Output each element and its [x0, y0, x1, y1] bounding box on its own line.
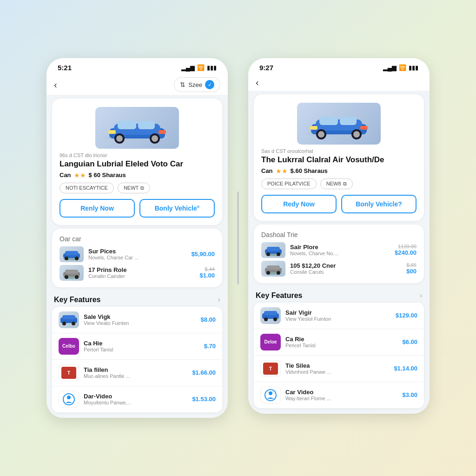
key-features-title-right: Key Features	[256, 291, 303, 300]
vehicle-list-right: Sair Plore Novels, Charve No.... 1120.00…	[261, 242, 416, 277]
key-features-header-left[interactable]: Key Features ›	[46, 291, 228, 307]
can-label-left: Can	[60, 172, 71, 178]
copy-icon-right: ⧉	[343, 181, 347, 187]
feature-item-2-left[interactable]: T Tia fiilen Muc-alines Pantle ... $1.66…	[52, 360, 222, 386]
feature-item-3-right[interactable]: Car Video Way.Iterari Flome ... $3.00	[254, 382, 424, 408]
feature-icon-0-left	[59, 311, 79, 328]
sort-icon-left: ⇅	[180, 81, 185, 88]
feature-info-3-right: Car Video Way.Iterari Flome ...	[285, 389, 397, 401]
status-icons-left: ▂▄▆ 🛜 ▮▮▮	[181, 64, 217, 71]
car-image-right	[297, 103, 381, 145]
svg-point-8	[152, 135, 158, 142]
vehicles-card-right: Dashoal Trie Sair Plore Novels, Charve N…	[254, 225, 424, 283]
feature-item-1-right[interactable]: Deloe Ca Rie Pericel Tanisl $6.00	[254, 329, 424, 356]
vehicle-price-col-1-right: $,65 $00	[406, 262, 416, 275]
feature-name-0-right: Sair Vigir	[285, 309, 391, 316]
car-subtitle-right: Sas d CST oroutcorhat	[261, 148, 416, 154]
car-title-right: The Lukrral Clalral Air Vosuth/De	[261, 155, 416, 165]
dropdown-icon-left: ✓	[205, 80, 214, 89]
svg-rect-10	[159, 130, 166, 134]
battery-icon-left: ▮▮▮	[207, 64, 217, 71]
vehicle-name-0-left: Sur Pices	[88, 248, 186, 255]
vehicle-price-col-0-right: 1120.00 $240.00	[395, 244, 416, 256]
feature-icon-0-right	[260, 307, 281, 324]
main-card-left: 96s d CST dlo lricrior Languian Lubrial …	[52, 99, 222, 225]
key-features-chevron-left: ›	[218, 296, 220, 304]
feature-item-0-right[interactable]: Sair Vigir View Yieslol Fuinton $129.00	[254, 303, 424, 329]
features-list-right: Sair Vigir View Yieslol Fuinton $129.00 …	[254, 303, 424, 408]
key-features-header-right[interactable]: Key Features ›	[248, 287, 430, 303]
svg-point-24	[72, 322, 75, 325]
feature-name-1-right: Ca Rie	[285, 336, 397, 343]
vehicle-name-1-left: 17 Prins Role	[88, 266, 195, 273]
status-icons-right: ▂▄▆ 🛜 ▮▮▮	[383, 64, 418, 71]
main-card-right: Sas d CST oroutcorhat The Lukrral Clalra…	[254, 94, 424, 220]
signal-icon-right: ▂▄▆	[383, 64, 397, 71]
back-button-right[interactable]: ‹	[256, 77, 259, 88]
feature-item-0-left[interactable]: Sale Vigk View Vieato Fuinten $8.00	[52, 307, 222, 333]
buttons-row-left: Renly Now Bonly Vehicle°	[60, 199, 215, 218]
feature-name-2-right: Tie Silea	[285, 362, 389, 369]
vehicle-sub-1-right: Consile Caruts	[290, 269, 402, 275]
sort-button-left[interactable]: ⇅ Szee ✓	[174, 77, 220, 92]
vehicle-sale-price-0-left: $5,90.00	[191, 251, 215, 258]
vehicle-name-0-right: Sair Plore	[290, 244, 390, 251]
vehicle-sub-0-left: Novels, Charse Car ...	[88, 255, 186, 260]
svg-point-20	[75, 275, 79, 279]
svg-rect-51	[264, 311, 277, 315]
status-bar-left: 5:21 ▂▄▆ 🛜 ▮▮▮	[46, 58, 228, 73]
bonly-vehicle-button-right[interactable]: Bonly Vehicle?	[341, 195, 416, 213]
feature-item-2-right[interactable]: T Tie Silea Vidvnhord Panwe ... $1.14.00	[254, 356, 424, 382]
vehicles-section-title-left: Oar car	[60, 235, 215, 243]
vehicle-thumb-0-right	[261, 242, 285, 258]
car-price-row-left: Can ★★ $ 60 Sharaus	[60, 172, 215, 179]
svg-point-53	[273, 317, 277, 321]
feature-price-3-right: $3.00	[402, 391, 417, 398]
rent-now-button-right[interactable]: Redy Now	[261, 195, 337, 213]
vehicle-item-0-left[interactable]: Sur Pices Novels, Charse Car ... $5,90.0…	[60, 246, 215, 262]
svg-rect-32	[319, 117, 338, 125]
car-image-left	[95, 107, 179, 149]
feature-price-0-left: $8.00	[200, 316, 216, 323]
vehicle-item-0-right[interactable]: Sair Plore Novels, Charve No.... 1120.00…	[261, 242, 416, 258]
back-button-left[interactable]: ‹	[54, 79, 57, 90]
tag2-right[interactable]: NEW8 ⧉	[320, 178, 353, 189]
svg-point-19	[65, 275, 68, 279]
feature-icon-3-left	[59, 391, 79, 408]
svg-rect-18	[65, 270, 78, 274]
tag2-left[interactable]: NEWT ⧉	[118, 183, 150, 193]
feature-sub-0-left: View Vieato Fuinten	[84, 320, 196, 326]
vehicle-info-1-right: 105 $12,20 Cner Consile Caruts	[290, 262, 402, 275]
tag1-left[interactable]: NOTI ESCAYTICE	[60, 183, 114, 193]
car-title-left: Languian Lubrial Eleled Voto Car	[60, 159, 215, 169]
buttons-row-right: Redy Now Bonly Vehicle?	[261, 195, 416, 213]
vehicle-item-1-right[interactable]: 105 $12,20 Cner Consile Caruts $,65 $00	[261, 261, 416, 277]
feature-name-2-left: Tia fiilen	[84, 366, 187, 373]
tag1-right[interactable]: POICE PILATVICE	[261, 178, 317, 189]
vehicle-info-0-left: Sur Pices Novels, Charse Car ...	[88, 248, 186, 260]
vehicle-item-1-left[interactable]: 17 Prins Role Conalin Cainder $,44 $1.00	[60, 265, 215, 281]
phones-divider	[237, 192, 239, 284]
vehicle-thumb-1-left	[60, 265, 84, 281]
svg-point-57	[269, 391, 272, 395]
status-bar-right: 9:27 ▂▄▆ 🛜 ▮▮▮	[248, 58, 430, 73]
svg-point-14	[65, 257, 68, 260]
left-phone: 5:21 ▂▄▆ 🛜 ▮▮▮ ‹ ⇅ Szee ✓	[46, 58, 228, 417]
rent-now-button-left[interactable]: Renly Now	[60, 199, 135, 218]
feature-item-3-left[interactable]: Dar-Video Moyultentu Panwe,... $1.53.00	[52, 386, 222, 412]
feature-info-1-right: Ca Rie Pericel Tanisl	[285, 336, 397, 348]
key-features-title-left: Key Features	[54, 296, 101, 304]
vehicle-info-0-right: Sair Plore Novels, Charve No....	[290, 244, 390, 256]
vehicle-orig-price-1-left: $,44	[199, 266, 215, 272]
feature-price-1-left: $.70	[204, 343, 216, 350]
vehicle-sale-price-1-right: $00	[406, 268, 416, 275]
feature-item-1-left[interactable]: Celbo Ca Hie Pertorl Tanisl $.70	[52, 333, 222, 360]
car-svg-left	[100, 111, 174, 145]
car-subtitle-left: 96s d CST dlo lricrior	[60, 152, 215, 158]
bonly-vehicle-button-left[interactable]: Bonly Vehicle°	[139, 199, 215, 218]
price-right: $.60 Sharaus	[291, 167, 328, 174]
car-svg-right	[302, 106, 376, 141]
stars-right: ★★	[276, 167, 288, 175]
feature-sub-3-left: Moyultentu Panwe,...	[84, 400, 187, 405]
tags-row-left: NOTI ESCAYTICE NEWT ⧉	[60, 183, 215, 193]
